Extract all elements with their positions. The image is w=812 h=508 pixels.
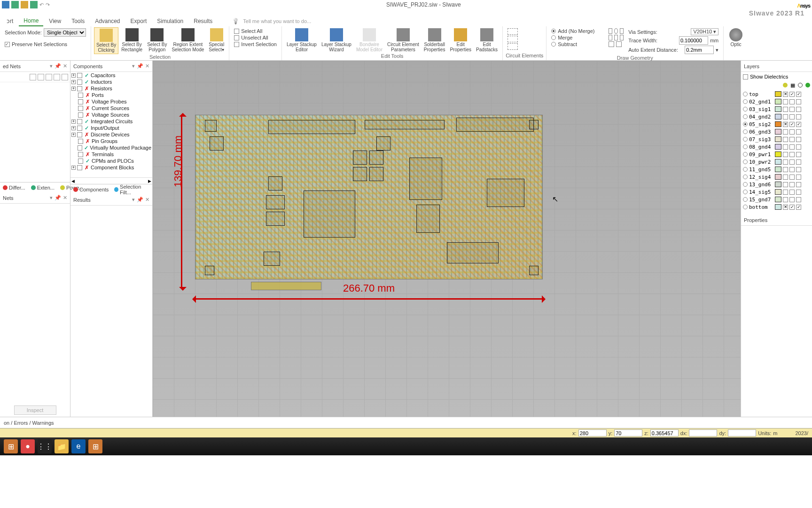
taskbar-app-2[interactable]: ● bbox=[21, 439, 35, 453]
layer-radio[interactable] bbox=[743, 137, 748, 142]
layer-swatch[interactable] bbox=[775, 182, 781, 187]
layer-swatch[interactable] bbox=[775, 189, 781, 195]
layer-radio[interactable] bbox=[743, 182, 748, 187]
select-button-4[interactable]: SpecialSelect▾ bbox=[207, 27, 226, 53]
layer-chk-2[interactable] bbox=[789, 197, 795, 202]
layer-chk-2[interactable] bbox=[789, 182, 795, 187]
invert-sel-label[interactable]: Invert Selection bbox=[241, 41, 277, 47]
tab-export[interactable]: Export bbox=[126, 16, 152, 26]
shape-icon-2[interactable] bbox=[614, 28, 618, 34]
layer-radio[interactable] bbox=[743, 107, 748, 111]
edit-button-0[interactable]: Layer StackupEditor bbox=[285, 27, 319, 53]
pin-icon[interactable]: 📌 bbox=[137, 63, 143, 69]
nets-tool-3[interactable] bbox=[46, 74, 52, 80]
layer-chk-3[interactable] bbox=[796, 107, 801, 112]
tree-item-virtually-mounted-package[interactable]: ✓Virtually Mounted Package bbox=[70, 144, 152, 151]
tab-import[interactable]: ɔrt bbox=[2, 16, 18, 26]
layer-chk-3[interactable] bbox=[796, 190, 801, 195]
expand-icon[interactable]: + bbox=[71, 87, 76, 91]
tree-item-cpms-and-plocs[interactable]: ✓CPMs and PLOCs bbox=[70, 158, 152, 164]
layer-chk-3[interactable]: ✓ bbox=[796, 92, 801, 97]
layer-chk-3[interactable] bbox=[796, 129, 801, 135]
y-input[interactable] bbox=[614, 429, 642, 437]
nets-tool-2[interactable] bbox=[38, 74, 44, 80]
add-radio[interactable] bbox=[551, 29, 556, 33]
tree-item-voltage-probes[interactable]: ✗Voltage Probes bbox=[70, 98, 152, 105]
trace-width-input[interactable] bbox=[679, 36, 708, 45]
layer-chk-1[interactable] bbox=[783, 159, 788, 165]
save-icon[interactable] bbox=[11, 1, 19, 8]
layer-swatch[interactable] bbox=[775, 114, 781, 119]
layer-radio[interactable] bbox=[743, 114, 748, 119]
layer-chk-1[interactable]: ✕ bbox=[783, 92, 788, 97]
shape-icon-1[interactable] bbox=[609, 28, 612, 34]
expand-icon[interactable]: + bbox=[71, 166, 76, 170]
layer-row-06_gnd3[interactable]: 06_gnd3 bbox=[743, 128, 810, 135]
components-tree[interactable]: +✓Capacitors+✓Inductors+✗Resistors✗Ports… bbox=[70, 72, 152, 177]
layer-swatch[interactable] bbox=[775, 99, 781, 104]
auto-extent-dropdown-icon[interactable]: ▾ bbox=[716, 47, 718, 53]
layer-chk-3[interactable]: ✓ bbox=[796, 205, 801, 210]
layer-chk-1[interactable] bbox=[783, 99, 788, 104]
edit-button-6[interactable]: EditPadstacks bbox=[474, 27, 500, 53]
select-all-label[interactable]: Select All bbox=[241, 28, 262, 34]
unselect-all-label[interactable]: Unselect All bbox=[241, 35, 268, 40]
shape-icon-6[interactable] bbox=[620, 35, 624, 40]
item-checkbox[interactable] bbox=[78, 106, 83, 111]
layer-radio[interactable] bbox=[743, 159, 748, 164]
pcb-canvas[interactable]: 139.70 mm 266.70 mm bbox=[153, 61, 741, 417]
item-checkbox[interactable] bbox=[77, 73, 82, 78]
layer-radio[interactable] bbox=[743, 205, 748, 209]
tab-simulation[interactable]: Simulation bbox=[152, 16, 188, 26]
layer-swatch[interactable] bbox=[775, 129, 781, 135]
layer-chk-2[interactable]: ✓ bbox=[789, 205, 795, 210]
nets-list[interactable] bbox=[0, 82, 70, 182]
circuit-icon-1[interactable] bbox=[508, 28, 518, 35]
layer-chk-3[interactable] bbox=[796, 152, 801, 157]
item-checkbox[interactable] bbox=[78, 145, 82, 151]
layer-radio[interactable] bbox=[743, 152, 748, 157]
nets-tab-differ[interactable]: Differ... bbox=[0, 184, 28, 191]
tab-advanced[interactable]: Advanced bbox=[90, 16, 125, 26]
shape-icon-3[interactable] bbox=[620, 28, 624, 34]
layer-radio[interactable] bbox=[743, 167, 748, 172]
scroll-left-icon[interactable]: ◀ bbox=[71, 179, 75, 183]
edit-button-3[interactable]: Circuit ElementParameters bbox=[385, 27, 421, 53]
layer-radio[interactable] bbox=[743, 122, 748, 127]
selection-mode-select[interactable]: Single Object bbox=[44, 28, 86, 37]
qat-icon-3[interactable] bbox=[21, 1, 28, 8]
expand-icon[interactable]: + bbox=[71, 126, 76, 130]
edit-button-4[interactable]: SolderballProperties bbox=[422, 27, 447, 53]
results-list[interactable] bbox=[70, 206, 152, 417]
layer-row-07_sig3[interactable]: 07_sig3 bbox=[743, 135, 810, 143]
expand-icon[interactable]: + bbox=[71, 73, 76, 78]
layer-radio[interactable] bbox=[743, 144, 748, 149]
circuit-icon-2[interactable] bbox=[508, 36, 518, 42]
layer-row-14_sig5[interactable]: 14_sig5 bbox=[743, 188, 810, 196]
tab-view[interactable]: View bbox=[44, 16, 66, 26]
via-settings-value[interactable]: V20H10 ▾ bbox=[691, 28, 718, 35]
layer-row-05_sig2[interactable]: 05_sig2✕✓✓ bbox=[743, 120, 810, 128]
close-icon[interactable]: ✕ bbox=[145, 63, 149, 69]
item-checkbox[interactable] bbox=[78, 159, 83, 164]
merge-radio[interactable] bbox=[551, 35, 556, 40]
layer-chk-3[interactable] bbox=[796, 137, 801, 142]
layer-chk-3[interactable] bbox=[796, 114, 801, 119]
shape-icon-5[interactable] bbox=[614, 35, 618, 40]
edge-browser-icon[interactable]: e bbox=[71, 439, 86, 453]
tree-item-terminals[interactable]: ✗Terminals bbox=[70, 151, 152, 158]
layer-chk-1[interactable]: ✕ bbox=[783, 122, 788, 127]
panel-dropdown-icon[interactable]: ▾ bbox=[50, 195, 53, 201]
item-checkbox[interactable] bbox=[77, 126, 82, 131]
layer-row-top[interactable]: top✕✓✓ bbox=[743, 90, 810, 98]
layer-radio[interactable] bbox=[743, 129, 748, 134]
select-button-3[interactable]: Region ExtentSelection Mode bbox=[170, 27, 206, 53]
layer-row-08_gnd4[interactable]: 08_gnd4 bbox=[743, 143, 810, 151]
layer-chk-3[interactable] bbox=[796, 144, 801, 150]
layer-chk-2[interactable]: ✓ bbox=[789, 92, 795, 97]
item-checkbox[interactable] bbox=[77, 79, 82, 85]
tab-results[interactable]: Results bbox=[189, 16, 217, 26]
panel-dropdown-icon[interactable]: ▾ bbox=[50, 63, 53, 69]
layer-chk-2[interactable] bbox=[789, 190, 795, 195]
qat-icon-4[interactable] bbox=[30, 1, 38, 8]
